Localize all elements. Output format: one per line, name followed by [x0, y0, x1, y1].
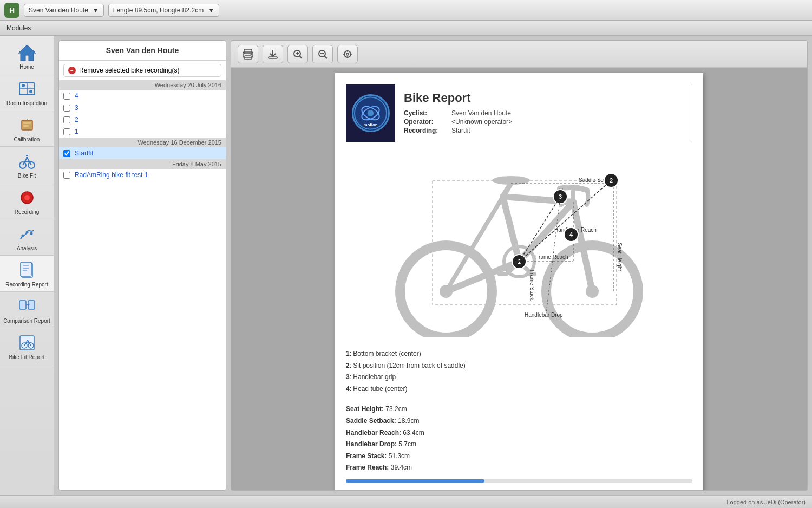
measurement-frame-stack: Frame Stack: 51.3cm	[346, 451, 692, 463]
recording-field: Recording: Startfit	[404, 127, 683, 134]
left-panel-header: Sven Van den Houte	[59, 41, 226, 61]
svg-rect-7	[23, 122, 31, 124]
legend-item-1: 1: Bottom bracket (center)	[346, 348, 692, 360]
list-item[interactable]: RadAmRing bike fit test 1	[59, 169, 226, 181]
logged-on-label: Logged on as JeDi (Operator)	[726, 499, 806, 505]
sidebar-item-calibration[interactable]: Calibration	[0, 110, 54, 147]
svg-rect-46	[269, 57, 277, 58]
sidebar-item-room-inspection[interactable]: Room Inspection	[0, 74, 54, 110]
calibration-icon	[16, 115, 38, 135]
sidebar-item-bike-fit-report-label: Bike Fit Report	[9, 354, 44, 361]
content-area: Sven Van den Houte − Remove selected bik…	[54, 36, 812, 495]
svg-point-44	[251, 53, 252, 55]
recording-checkbox-3[interactable]	[63, 105, 70, 112]
home-icon	[16, 42, 38, 63]
list-item[interactable]: 4	[59, 90, 226, 102]
sidebar-item-recording-report-label: Recording Report	[5, 282, 48, 288]
remove-recording-button[interactable]: − Remove selected bike recording(s)	[63, 64, 221, 77]
print-button[interactable]	[238, 45, 258, 63]
svg-point-16	[26, 157, 28, 159]
sidebar-item-room-label: Room Inspection	[6, 100, 47, 107]
recording-icon	[16, 187, 38, 208]
download-button[interactable]	[263, 45, 283, 63]
svg-text:Seat Height: Seat Height	[617, 243, 623, 271]
legend-item-4: 4: Head tube (center)	[346, 383, 692, 395]
recording-checkbox-radamring[interactable]	[63, 172, 70, 179]
measurement-dropdown-arrow: ▼	[208, 6, 214, 14]
svg-point-77	[492, 176, 530, 185]
measurement-frame-reach: Frame Reach: 39.4cm	[346, 462, 692, 474]
svg-rect-27	[21, 262, 31, 276]
sidebar-item-bike-fit-label: Bike Fit	[18, 173, 36, 179]
sidebar-item-comparison-report[interactable]: Comparison Report	[0, 292, 54, 328]
measurement-seat-height: Seat Height: 73.2cm	[346, 403, 692, 415]
sidebar-item-analysis[interactable]: Analysis	[0, 219, 54, 256]
report-logo: motion	[346, 84, 395, 142]
recording-name-4: 4	[75, 92, 78, 100]
right-panel: motion Bike Report Cyclist: Sven Van den…	[231, 40, 808, 491]
svg-text:Handlebar Drop: Handlebar Drop	[525, 312, 563, 318]
recording-checkbox-2[interactable]	[63, 116, 70, 123]
sidebar-item-bike-fit-report[interactable]: Bike Fit Report	[0, 328, 54, 364]
recording-name-startfit: Startfit	[75, 149, 94, 157]
analysis-icon	[16, 224, 38, 244]
legend: 1: Bottom bracket (center) 2: Sit positi…	[346, 348, 692, 395]
sidebar-item-recording[interactable]: Recording	[0, 183, 54, 219]
list-item[interactable]: 2	[59, 114, 226, 126]
legend-item-3: 3: Handlebar grip	[346, 372, 692, 383]
recording-name-1: 1	[75, 128, 78, 135]
bike-fit-report-icon	[16, 333, 38, 353]
svg-line-71	[503, 197, 519, 262]
measurement-dropdown[interactable]: Lengte 89.5cm, Hoogte 82.2cm ▼	[108, 4, 219, 17]
date-header-3: Friday 8 May 2015	[59, 159, 226, 169]
left-panel: Sven Van den Houte − Remove selected bik…	[58, 40, 226, 491]
toolbar	[231, 41, 807, 68]
report-header: motion Bike Report Cyclist: Sven Van den…	[346, 84, 692, 142]
modules-bar: Modules	[0, 21, 812, 36]
svg-point-5	[29, 90, 32, 93]
bike-fit-icon	[16, 151, 38, 172]
recording-checkbox-startfit[interactable]	[63, 150, 70, 157]
fit-page-button[interactable]	[337, 45, 358, 63]
zoom-in-button[interactable]	[287, 45, 308, 63]
date-header-1: Wednesday 20 July 2016	[59, 80, 226, 90]
list-item[interactable]: Startfit	[59, 147, 226, 159]
sidebar-item-home[interactable]: Home	[0, 38, 54, 74]
svg-rect-41	[244, 49, 252, 54]
sidebar-item-recording-label: Recording	[15, 209, 40, 216]
svg-rect-31	[19, 301, 26, 309]
recording-report-icon	[16, 260, 38, 281]
operator-field-label: Operator:	[404, 118, 447, 126]
cyclist-dropdown-arrow: ▼	[93, 6, 99, 14]
status-bar: Logged on as JeDi (Operator)	[0, 495, 812, 508]
report-page: motion Bike Report Cyclist: Sven Van den…	[335, 73, 703, 490]
report-content[interactable]: motion Bike Report Cyclist: Sven Van den…	[231, 68, 807, 490]
sidebar-item-recording-report[interactable]: Recording Report	[0, 256, 54, 292]
sidebar-item-bike-fit[interactable]: Bike Fit	[0, 147, 54, 183]
svg-rect-8	[23, 125, 29, 127]
svg-point-55	[346, 53, 349, 55]
date-header-2: Wednesday 16 December 2015	[59, 138, 226, 147]
svg-point-22	[30, 232, 32, 235]
sidebar-item-comparison-report-label: Comparison Report	[3, 318, 50, 324]
svg-line-52	[325, 56, 328, 58]
recording-checkbox-4[interactable]	[63, 93, 70, 100]
app-logo: H	[4, 3, 19, 18]
recording-field-value: Startfit	[451, 127, 470, 134]
zoom-out-button[interactable]	[312, 45, 333, 63]
list-item[interactable]: 3	[59, 102, 226, 114]
top-bar: H Sven Van den Houte ▼ Lengte 89.5cm, Ho…	[0, 0, 812, 21]
svg-point-63	[368, 110, 374, 116]
svg-text:Frame Reach: Frame Reach	[535, 254, 568, 260]
bike-svg: Saddle Setback Handlebar Drop Handlebar …	[368, 153, 671, 337]
svg-point-21	[25, 231, 28, 234]
list-item[interactable]: 1	[59, 126, 226, 138]
recording-checkbox-1[interactable]	[63, 128, 70, 135]
report-info: Bike Report Cyclist: Sven Van den Houte …	[395, 84, 692, 142]
cyclist-field-label: Cyclist:	[404, 109, 447, 117]
svg-marker-0	[18, 45, 36, 61]
comparison-report-icon	[16, 296, 38, 317]
cyclist-dropdown[interactable]: Sven Van den Houte ▼	[24, 4, 104, 17]
remove-icon: −	[68, 67, 76, 74]
measurements: Seat Height: 73.2cm Saddle Setback: 18.9…	[346, 403, 692, 474]
